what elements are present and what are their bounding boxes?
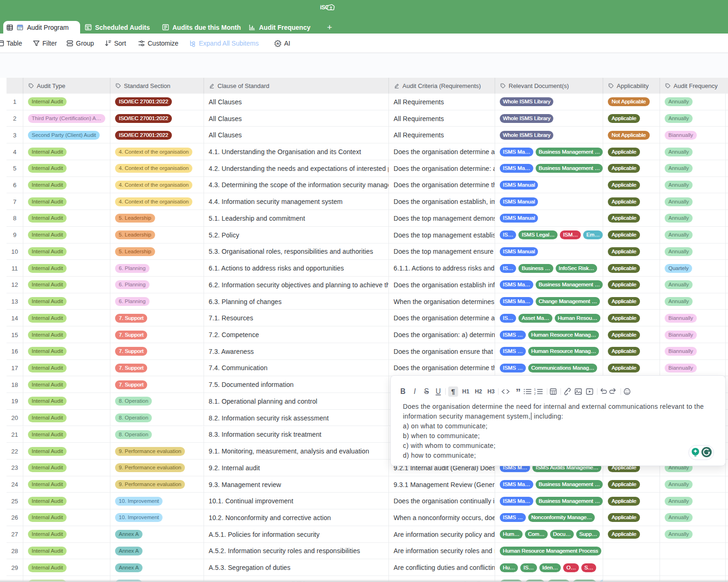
svg-text:2: 2 [534,392,536,395]
svg-text:”: ” [516,386,521,397]
svg-text:H3: H3 [488,388,495,395]
svg-text:B: B [401,387,406,395]
svg-text:U: U [435,387,441,395]
svg-text:I: I [414,387,416,395]
svg-text:AI: AI [276,41,279,45]
svg-text:1: 1 [534,388,536,391]
svg-text:H2: H2 [475,388,482,395]
svg-text:¶: ¶ [451,388,455,395]
svg-text:H1: H1 [462,388,469,395]
svg-text:S: S [424,387,429,395]
